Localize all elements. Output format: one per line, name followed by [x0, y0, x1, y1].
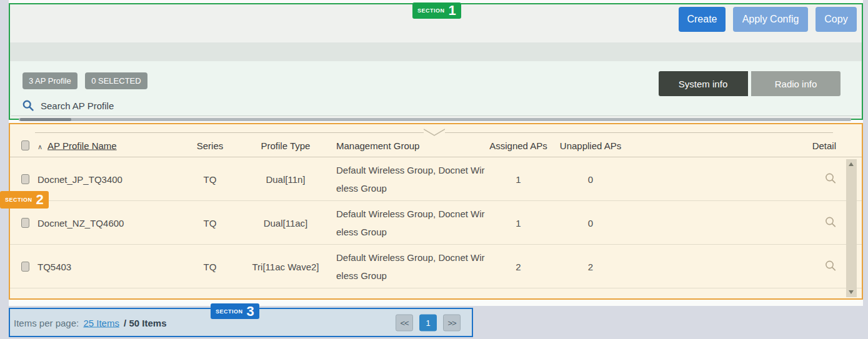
current-page-button[interactable]: 1	[419, 314, 437, 331]
cell-unapplied-aps: 0	[556, 217, 625, 228]
cell-ap-profile-name: Docnet_NZ_TQ4600	[37, 217, 194, 228]
cell-unapplied-aps: 2	[556, 261, 625, 272]
copy-button[interactable]: Copy	[816, 7, 857, 32]
notch-line-left	[35, 132, 424, 133]
detail-magnifier-icon[interactable]	[805, 216, 836, 229]
radio-info-tab[interactable]: Radio info	[751, 71, 841, 96]
items-per-page-label: Items per page:	[14, 317, 79, 328]
section-3-number: 3	[247, 303, 254, 320]
cell-assigned-aps: 1	[482, 217, 554, 228]
search-input[interactable]	[41, 101, 846, 111]
section-1-number: 1	[449, 2, 456, 19]
section-2-annotation: SECTION 2	[0, 191, 49, 209]
table-row: Docnet_NZ_TQ4600 TQ Dual[11ac] Default W…	[10, 201, 862, 245]
cell-management-group: Default Wireless Group, Docnet Wireless …	[336, 248, 486, 285]
header-management-group: Management Group	[336, 137, 486, 155]
select-all-checkbox[interactable]	[21, 140, 29, 150]
cell-series: TQ	[182, 261, 238, 272]
ap-profile-page: Create Apply Config Copy 3 AP Profile 0 …	[0, 0, 868, 339]
cell-assigned-aps: 1	[482, 174, 554, 184]
cell-ap-profile-name: TQ5403	[37, 261, 194, 272]
sort-ascending-icon: ∧	[37, 143, 42, 151]
cell-management-group: Default Wireless Group, Docnet Wireless …	[336, 205, 486, 241]
page-size-link[interactable]: 25 Items	[83, 317, 119, 328]
filter-panel: 3 AP Profile 0 SELECTED System info Radi…	[11, 61, 861, 116]
row-checkbox[interactable]	[21, 174, 29, 184]
selected-count-badge: 0 SELECTED	[85, 72, 147, 89]
vertical-scrollbar[interactable]	[846, 159, 857, 297]
cell-management-group: Default Wireless Group, Docnet Wireless …	[336, 161, 486, 197]
scroll-up-icon[interactable]	[849, 162, 854, 166]
cell-series: TQ	[182, 174, 238, 184]
section-2-word: SECTION	[5, 197, 32, 203]
table-row: TQ5403 TQ Tri[11ac Wave2] Default Wirele…	[10, 245, 862, 288]
header-ap-profile-name[interactable]: ∧AP Profile Name	[37, 140, 194, 151]
horizontal-scrollbar-thumb[interactable]	[20, 118, 71, 121]
row-checkbox[interactable]	[21, 218, 29, 228]
detail-magnifier-icon[interactable]	[805, 260, 836, 273]
cell-ap-profile-name: Docnet_JP_TQ3400	[37, 174, 194, 184]
next-page-button[interactable]: >>	[443, 314, 461, 331]
divider-band	[10, 42, 862, 61]
header-profile-type: Profile Type	[248, 140, 323, 151]
pager-controls: << 1 >>	[396, 314, 461, 331]
notch-line-right	[445, 132, 834, 133]
search-icon	[22, 100, 34, 111]
section-3-annotation: SECTION 3	[211, 303, 259, 319]
system-info-tab[interactable]: System info	[659, 71, 748, 96]
items-per-page: Items per page: 25 Items / 50 Items	[14, 317, 167, 328]
count-badges: 3 AP Profile 0 SELECTED	[22, 72, 152, 89]
info-toggle-group: System info Radio info	[659, 71, 841, 96]
scroll-down-icon[interactable]	[849, 290, 854, 294]
header-unapplied-aps: Unapplied APs	[556, 140, 625, 151]
cell-series: TQ	[182, 217, 238, 228]
section-2-number: 2	[36, 192, 44, 208]
row-checkbox[interactable]	[21, 262, 29, 272]
header-series: Series	[182, 140, 238, 151]
horizontal-scrollbar[interactable]	[19, 118, 851, 121]
section-1-word: SECTION	[417, 7, 445, 14]
prev-page-button[interactable]: <<	[396, 314, 413, 331]
header-detail: Detail	[805, 140, 836, 151]
total-items-label: 50 Items	[129, 317, 166, 328]
toolbar-filter-section: Create Apply Config Copy 3 AP Profile 0 …	[9, 3, 863, 120]
search-bar	[22, 97, 846, 114]
pagination-separator: /	[124, 317, 126, 328]
table-header-row: ∧AP Profile Name Series Profile Type Man…	[10, 134, 862, 157]
apply-config-button[interactable]: Apply Config	[733, 7, 808, 32]
section-3-word: SECTION	[216, 308, 243, 315]
cell-assigned-aps: 2	[482, 261, 554, 272]
table-row: Docnet_JP_TQ3400 TQ Dual[11n] Default Wi…	[10, 157, 862, 201]
detail-magnifier-icon[interactable]	[805, 172, 836, 185]
cell-unapplied-aps: 0	[556, 174, 625, 184]
section-1-annotation: SECTION 1	[412, 2, 461, 19]
cell-profile-type: Dual[11n]	[248, 174, 323, 184]
profile-count-badge: 3 AP Profile	[22, 72, 77, 89]
header-assigned-aps: Assigned APs	[482, 140, 554, 151]
cell-profile-type: Dual[11ac]	[248, 217, 323, 228]
create-button[interactable]: Create	[679, 7, 726, 32]
cell-profile-type: Tri[11ac Wave2]	[248, 261, 323, 272]
ap-profile-table-section: ∧AP Profile Name Series Profile Type Man…	[9, 123, 863, 300]
